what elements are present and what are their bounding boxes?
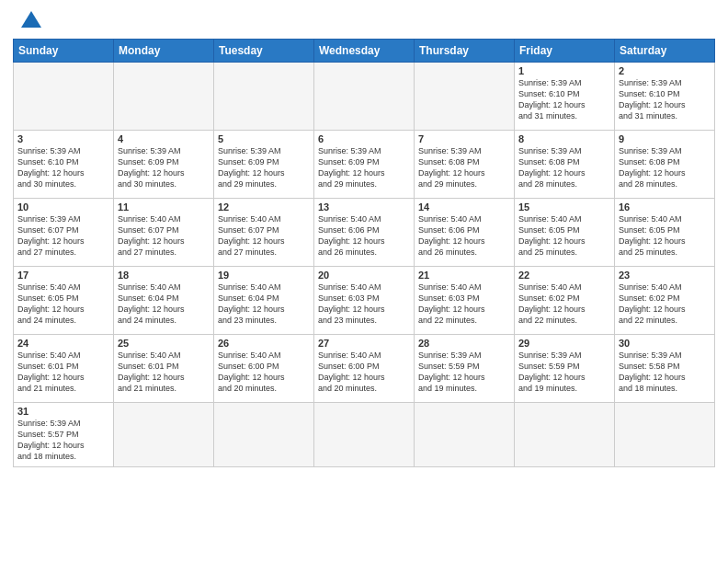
day-info: Sunrise: 5:39 AM Sunset: 6:08 PM Dayligh…: [418, 145, 510, 190]
calendar-cell: 11Sunrise: 5:40 AM Sunset: 6:07 PM Dayli…: [114, 199, 214, 267]
calendar-cell: [415, 403, 515, 467]
calendar-week-row: 3Sunrise: 5:39 AM Sunset: 6:10 PM Daylig…: [14, 131, 715, 199]
calendar-cell: 8Sunrise: 5:39 AM Sunset: 6:08 PM Daylig…: [515, 131, 615, 199]
day-number: 29: [518, 338, 610, 349]
day-info: Sunrise: 5:40 AM Sunset: 6:00 PM Dayligh…: [218, 350, 310, 395]
day-number: 18: [118, 270, 210, 281]
day-number: 2: [619, 65, 711, 76]
page: SundayMondayTuesdayWednesdayThursdayFrid…: [0, 0, 728, 475]
calendar-cell: 12Sunrise: 5:40 AM Sunset: 6:07 PM Dayli…: [214, 199, 314, 267]
calendar-cell: 9Sunrise: 5:39 AM Sunset: 6:08 PM Daylig…: [615, 131, 715, 199]
day-info: Sunrise: 5:39 AM Sunset: 6:10 PM Dayligh…: [17, 145, 109, 190]
calendar-cell: 10Sunrise: 5:39 AM Sunset: 6:07 PM Dayli…: [14, 199, 114, 267]
calendar-cell: [314, 63, 415, 131]
calendar-cell: 18Sunrise: 5:40 AM Sunset: 6:04 PM Dayli…: [114, 267, 214, 335]
calendar-cell: 27Sunrise: 5:40 AM Sunset: 6:00 PM Dayli…: [314, 335, 415, 403]
logo-area: [13, 9, 41, 33]
day-info: Sunrise: 5:39 AM Sunset: 6:10 PM Dayligh…: [619, 77, 711, 122]
day-number: 28: [418, 338, 510, 349]
day-info: Sunrise: 5:40 AM Sunset: 6:03 PM Dayligh…: [318, 282, 410, 327]
calendar-cell: [415, 63, 515, 131]
day-number: 15: [518, 201, 610, 213]
calendar-cell: [14, 63, 114, 131]
day-number: 27: [318, 338, 410, 349]
day-info: Sunrise: 5:40 AM Sunset: 6:05 PM Dayligh…: [518, 213, 610, 259]
day-info: Sunrise: 5:40 AM Sunset: 6:05 PM Dayligh…: [619, 213, 711, 259]
weekday-header-wednesday: Wednesday: [314, 40, 415, 63]
calendar-cell: 23Sunrise: 5:40 AM Sunset: 6:02 PM Dayli…: [615, 267, 715, 335]
calendar-cell: 6Sunrise: 5:39 AM Sunset: 6:09 PM Daylig…: [314, 131, 415, 199]
calendar-week-row: 31Sunrise: 5:39 AM Sunset: 5:57 PM Dayli…: [14, 403, 715, 467]
calendar-cell: [515, 403, 615, 467]
day-info: Sunrise: 5:39 AM Sunset: 6:09 PM Dayligh…: [318, 145, 410, 190]
day-info: Sunrise: 5:40 AM Sunset: 6:03 PM Dayligh…: [418, 282, 510, 327]
day-info: Sunrise: 5:40 AM Sunset: 6:05 PM Dayligh…: [17, 282, 109, 327]
day-info: Sunrise: 5:40 AM Sunset: 6:02 PM Dayligh…: [619, 282, 711, 327]
calendar-cell: 22Sunrise: 5:40 AM Sunset: 6:02 PM Dayli…: [515, 267, 615, 335]
calendar-week-row: 17Sunrise: 5:40 AM Sunset: 6:05 PM Dayli…: [14, 267, 715, 335]
day-number: 26: [218, 338, 310, 349]
day-info: Sunrise: 5:40 AM Sunset: 6:06 PM Dayligh…: [318, 213, 410, 259]
day-number: 14: [418, 201, 510, 213]
calendar-week-row: 1Sunrise: 5:39 AM Sunset: 6:10 PM Daylig…: [14, 63, 715, 131]
calendar-cell: 13Sunrise: 5:40 AM Sunset: 6:06 PM Dayli…: [314, 199, 415, 267]
calendar-cell: 31Sunrise: 5:39 AM Sunset: 5:57 PM Dayli…: [14, 403, 114, 467]
calendar-cell: 19Sunrise: 5:40 AM Sunset: 6:04 PM Dayli…: [214, 267, 314, 335]
logo: [13, 9, 41, 33]
day-info: Sunrise: 5:40 AM Sunset: 6:00 PM Dayligh…: [318, 350, 410, 395]
calendar-cell: 7Sunrise: 5:39 AM Sunset: 6:08 PM Daylig…: [415, 131, 515, 199]
calendar-cell: [314, 403, 415, 467]
weekday-header-tuesday: Tuesday: [214, 40, 314, 63]
day-info: Sunrise: 5:40 AM Sunset: 6:04 PM Dayligh…: [218, 282, 310, 327]
calendar-cell: 24Sunrise: 5:40 AM Sunset: 6:01 PM Dayli…: [14, 335, 114, 403]
calendar-cell: [615, 403, 715, 467]
day-info: Sunrise: 5:39 AM Sunset: 5:59 PM Dayligh…: [418, 350, 510, 395]
day-info: Sunrise: 5:39 AM Sunset: 6:10 PM Dayligh…: [518, 77, 610, 122]
calendar-cell: [114, 63, 214, 131]
svg-marker-0: [21, 11, 41, 28]
day-info: Sunrise: 5:39 AM Sunset: 6:07 PM Dayligh…: [17, 213, 109, 259]
weekday-header-friday: Friday: [515, 40, 615, 63]
calendar-cell: [214, 63, 314, 131]
day-number: 31: [17, 406, 109, 417]
day-number: 16: [619, 201, 711, 213]
day-number: 21: [418, 270, 510, 281]
day-number: 19: [218, 270, 310, 281]
day-number: 17: [17, 270, 109, 281]
day-number: 12: [218, 201, 310, 213]
day-number: 3: [17, 133, 109, 144]
calendar-cell: 3Sunrise: 5:39 AM Sunset: 6:10 PM Daylig…: [14, 131, 114, 199]
day-info: Sunrise: 5:39 AM Sunset: 5:59 PM Dayligh…: [518, 350, 610, 395]
calendar-cell: 16Sunrise: 5:40 AM Sunset: 6:05 PM Dayli…: [615, 199, 715, 267]
day-info: Sunrise: 5:39 AM Sunset: 6:08 PM Dayligh…: [518, 145, 610, 190]
calendar-cell: 15Sunrise: 5:40 AM Sunset: 6:05 PM Dayli…: [515, 199, 615, 267]
day-info: Sunrise: 5:40 AM Sunset: 6:01 PM Dayligh…: [17, 350, 109, 395]
calendar-cell: 2Sunrise: 5:39 AM Sunset: 6:10 PM Daylig…: [615, 63, 715, 131]
calendar-week-row: 24Sunrise: 5:40 AM Sunset: 6:01 PM Dayli…: [14, 335, 715, 403]
calendar-cell: [214, 403, 314, 467]
calendar-week-row: 10Sunrise: 5:39 AM Sunset: 6:07 PM Dayli…: [14, 199, 715, 267]
weekday-header-row: SundayMondayTuesdayWednesdayThursdayFrid…: [14, 40, 715, 63]
day-number: 22: [518, 270, 610, 281]
calendar-table: SundayMondayTuesdayWednesdayThursdayFrid…: [13, 39, 715, 467]
day-number: 5: [218, 133, 310, 144]
day-info: Sunrise: 5:40 AM Sunset: 6:04 PM Dayligh…: [118, 282, 210, 327]
day-number: 20: [318, 270, 410, 281]
day-number: 9: [619, 133, 711, 144]
weekday-header-monday: Monday: [114, 40, 214, 63]
logo-triangle-icon: [21, 9, 41, 29]
weekday-header-sunday: Sunday: [14, 40, 114, 63]
calendar-cell: 20Sunrise: 5:40 AM Sunset: 6:03 PM Dayli…: [314, 267, 415, 335]
day-number: 10: [17, 201, 109, 213]
day-number: 1: [518, 65, 610, 76]
calendar-cell: 26Sunrise: 5:40 AM Sunset: 6:00 PM Dayli…: [214, 335, 314, 403]
day-info: Sunrise: 5:40 AM Sunset: 6:06 PM Dayligh…: [418, 213, 510, 259]
day-number: 11: [118, 201, 210, 213]
calendar-cell: 30Sunrise: 5:39 AM Sunset: 5:58 PM Dayli…: [615, 335, 715, 403]
day-number: 25: [118, 338, 210, 349]
day-number: 8: [518, 133, 610, 144]
calendar-cell: 25Sunrise: 5:40 AM Sunset: 6:01 PM Dayli…: [114, 335, 214, 403]
calendar-cell: 5Sunrise: 5:39 AM Sunset: 6:09 PM Daylig…: [214, 131, 314, 199]
calendar-cell: [114, 403, 214, 467]
calendar-cell: 21Sunrise: 5:40 AM Sunset: 6:03 PM Dayli…: [415, 267, 515, 335]
